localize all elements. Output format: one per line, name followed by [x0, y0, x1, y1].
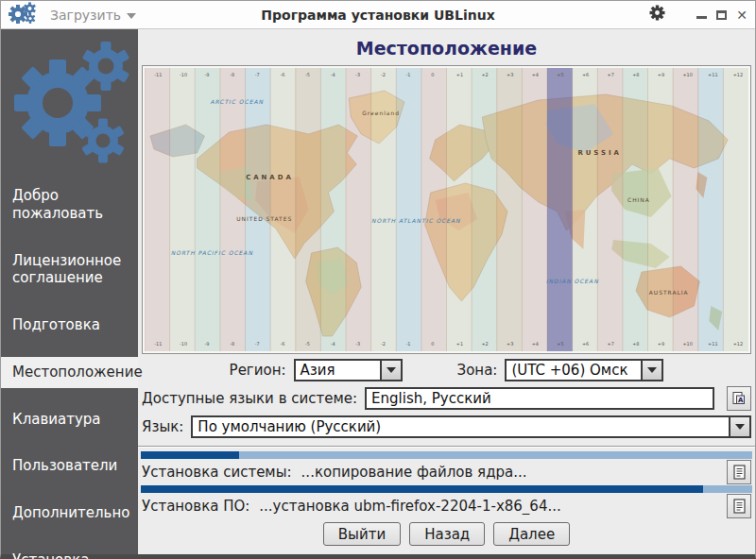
separator [138, 446, 755, 448]
svg-text:+10: +10 [682, 341, 692, 347]
log-icon [732, 465, 747, 480]
svg-text:-9: -9 [205, 72, 210, 77]
sidebar-item-location[interactable]: Местоположение [1, 357, 138, 388]
zone-select[interactable]: (UTC +06) Омск [505, 359, 663, 381]
sidebar-item-additional[interactable]: Дополнительно [1, 498, 138, 529]
titlebar: Загрузить Программа установки UBLinux [1, 1, 755, 29]
software-progressbar [141, 485, 752, 493]
svg-text:-5: -5 [305, 341, 310, 347]
svg-text:UNITED STATES: UNITED STATES [236, 215, 292, 222]
svg-text:+11: +11 [708, 341, 717, 347]
selected-timezone-highlight [547, 68, 573, 351]
svg-text:+7: +7 [608, 72, 614, 77]
close-button[interactable]: ✕ [736, 10, 747, 20]
svg-text:+6: +6 [582, 72, 589, 77]
available-languages-label: Доступные языки в системе: [142, 390, 357, 407]
nav-buttons: Выйти Назад Далее [138, 522, 755, 546]
svg-text:+12: +12 [733, 341, 743, 347]
svg-text:-7: -7 [255, 341, 260, 347]
svg-text:-9: -9 [205, 341, 210, 347]
svg-text:0: 0 [431, 341, 434, 347]
svg-text:-3: -3 [355, 341, 360, 347]
svg-text:-2: -2 [381, 72, 386, 77]
svg-text:+9: +9 [658, 72, 664, 77]
system-progressbar-fill [141, 451, 239, 459]
language-label: Язык: [142, 418, 183, 435]
exit-button[interactable]: Выйти [323, 522, 401, 546]
timezone-stripes [145, 68, 748, 351]
sidebar-item-license[interactable]: Лицензионное соглашение [1, 246, 138, 295]
window-title: Программа установки UBLinux [245, 8, 511, 23]
svg-text:0: 0 [431, 72, 434, 77]
software-log-button[interactable] [727, 494, 751, 518]
next-button[interactable]: Далее [493, 522, 570, 546]
language-select[interactable]: По умолчанию (Русский) [191, 415, 751, 438]
sidebar-item-keyboard[interactable]: Клавиатура [1, 404, 138, 435]
log-icon [732, 499, 747, 514]
svg-text:+5: +5 [557, 72, 563, 77]
sidebar-menu: Добро пожаловать Лицензионное соглашение… [1, 180, 138, 559]
sidebar-gears-logo-icon [1, 29, 138, 167]
svg-text:+7: +7 [608, 341, 614, 347]
svg-text:CHINA: CHINA [627, 196, 650, 203]
svg-text:-8: -8 [230, 341, 234, 347]
svg-text:A: A [738, 397, 744, 404]
system-progress-label: Установка системы: [142, 464, 292, 481]
sidebar-item-users[interactable]: Пользователи [1, 450, 138, 482]
software-progress-status: ...установка ubm-firefox-2204-1-x86_64..… [259, 498, 560, 515]
svg-text:+10: +10 [682, 72, 692, 77]
region-label: Регион: [230, 362, 286, 379]
software-progress-label: Установка ПО: [142, 498, 249, 515]
svg-text:AUSTRALIA: AUSTRALIA [649, 289, 689, 296]
svg-text:+9: +9 [658, 341, 664, 347]
svg-text:-2: -2 [381, 341, 386, 347]
svg-text:+8: +8 [632, 341, 639, 347]
load-menu-button[interactable]: Загрузить [50, 8, 136, 23]
settings-gear-button[interactable] [648, 4, 666, 25]
svg-text:+1: +1 [456, 72, 463, 77]
svg-text:ARCTIC OCEAN: ARCTIC OCEAN [210, 98, 263, 105]
zone-label: Зона: [457, 362, 498, 379]
available-languages-input[interactable] [365, 387, 714, 410]
zone-value: (UTC +06) Омск [507, 361, 641, 380]
app-gears-logo-icon [9, 2, 37, 28]
language-dropdown-arrow-icon[interactable] [729, 417, 749, 436]
svg-text:CANADA: CANADA [246, 174, 294, 181]
svg-text:+2: +2 [481, 341, 488, 347]
svg-text:-10: -10 [180, 72, 187, 77]
svg-text:+4: +4 [532, 72, 539, 77]
back-button[interactable]: Назад [409, 522, 485, 546]
sidebar-item-welcome[interactable]: Добро пожаловать [1, 180, 138, 229]
system-progress-status: ...копирование файлов ядра... [301, 464, 527, 481]
installer-window: Загрузить Программа установки UBLinux [0, 0, 756, 559]
sidebar-item-installation[interactable]: Установка [1, 545, 138, 559]
chevron-down-icon [127, 13, 136, 19]
zone-dropdown-arrow-icon[interactable] [641, 361, 662, 380]
svg-text:RUSSIA: RUSSIA [577, 149, 621, 157]
svg-text:-4: -4 [331, 341, 335, 347]
svg-text:+1: +1 [456, 341, 463, 347]
sidebar-item-preparation[interactable]: Подготовка [1, 310, 138, 341]
svg-text:+12: +12 [733, 72, 743, 77]
svg-text:Greenland: Greenland [362, 110, 400, 116]
svg-text:-11: -11 [154, 72, 162, 77]
svg-text:NORTH ATLANTIC OCEAN: NORTH ATLANTIC OCEAN [371, 217, 460, 224]
system-log-button[interactable] [727, 460, 751, 484]
sidebar: Добро пожаловать Лицензионное соглашение… [1, 29, 138, 554]
maximize-button[interactable] [716, 10, 727, 20]
svg-text:+11: +11 [708, 72, 717, 77]
load-menu-label: Загрузить [50, 8, 121, 23]
timezone-map[interactable]: ARCTIC OCEAN CANADA UNITED STATES Greenl… [142, 65, 751, 354]
svg-text:-11: -11 [154, 341, 162, 347]
region-select[interactable]: Азия [294, 359, 403, 381]
region-value: Азия [296, 361, 380, 380]
svg-text:+2: +2 [481, 72, 488, 77]
svg-text:+3: +3 [507, 72, 513, 77]
language-tools-button[interactable]: A [727, 386, 751, 411]
region-dropdown-arrow-icon[interactable] [380, 361, 401, 380]
language-value: По умолчанию (Русский) [193, 417, 729, 436]
svg-text:-1: -1 [406, 72, 411, 77]
minimize-button[interactable] [696, 16, 707, 19]
svg-text:-6: -6 [280, 72, 284, 77]
svg-text:INDIAN OCEAN: INDIAN OCEAN [546, 278, 599, 284]
